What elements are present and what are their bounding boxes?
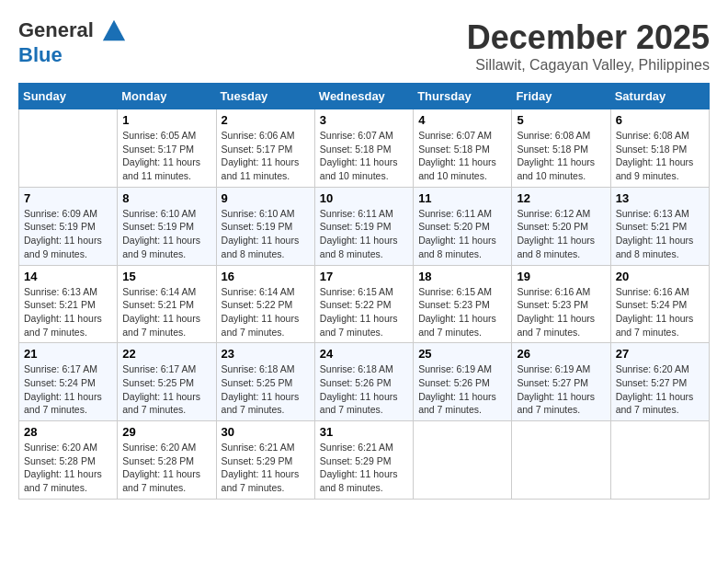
svg-marker-0 xyxy=(103,20,125,40)
day-number: 30 xyxy=(222,425,310,439)
cell-info: Sunrise: 6:09 AMSunset: 5:19 PMDaylight:… xyxy=(24,207,112,261)
cell-2-4: 18Sunrise: 6:15 AMSunset: 5:23 PMDayligh… xyxy=(414,265,512,343)
day-number: 15 xyxy=(122,270,210,283)
cell-4-1: 29Sunrise: 6:20 AMSunset: 5:28 PMDayligh… xyxy=(118,421,216,500)
cell-info: Sunrise: 6:12 AMSunset: 5:20 PMDaylight:… xyxy=(517,207,605,261)
cell-info: Sunrise: 6:07 AMSunset: 5:18 PMDaylight:… xyxy=(418,129,506,183)
cell-info: Sunrise: 6:05 AMSunset: 5:17 PMDaylight:… xyxy=(122,129,210,183)
cell-info: Sunrise: 6:20 AMSunset: 5:28 PMDaylight:… xyxy=(122,441,210,495)
week-row-5: 28Sunrise: 6:20 AMSunset: 5:28 PMDayligh… xyxy=(19,421,710,500)
cell-3-5: 26Sunrise: 6:19 AMSunset: 5:27 PMDayligh… xyxy=(512,343,610,421)
cell-info: Sunrise: 6:14 AMSunset: 5:22 PMDaylight:… xyxy=(222,285,310,339)
day-number: 21 xyxy=(24,347,112,361)
header: General Blue December 2025 Sillawit, Cag… xyxy=(18,18,710,74)
logo-general: General xyxy=(18,18,94,41)
day-number: 8 xyxy=(122,191,210,205)
month-title: December 2025 xyxy=(467,18,710,57)
cell-info: Sunrise: 6:21 AMSunset: 5:29 PMDaylight:… xyxy=(320,441,408,495)
cell-1-1: 8Sunrise: 6:10 AMSunset: 5:19 PMDaylight… xyxy=(118,187,216,265)
cell-0-5: 5Sunrise: 6:08 AMSunset: 5:18 PMDaylight… xyxy=(512,109,610,188)
cell-info: Sunrise: 6:06 AMSunset: 5:17 PMDaylight:… xyxy=(222,129,310,183)
header-thursday: Thursday xyxy=(414,84,512,109)
day-number: 27 xyxy=(616,347,704,361)
cell-info: Sunrise: 6:17 AMSunset: 5:25 PMDaylight:… xyxy=(122,362,210,417)
day-number: 5 xyxy=(517,113,605,127)
day-number: 13 xyxy=(616,191,704,205)
cell-4-6 xyxy=(610,421,709,500)
day-number: 1 xyxy=(122,113,210,127)
calendar-table: Sunday Monday Tuesday Wednesday Thursday… xyxy=(18,83,710,500)
cell-1-0: 7Sunrise: 6:09 AMSunset: 5:19 PMDaylight… xyxy=(19,187,118,265)
title-area: December 2025 Sillawit, Cagayan Valley, … xyxy=(467,18,710,74)
cell-1-6: 13Sunrise: 6:13 AMSunset: 5:21 PMDayligh… xyxy=(610,187,709,265)
week-row-1: 1Sunrise: 6:05 AMSunset: 5:17 PMDaylight… xyxy=(19,109,710,188)
header-friday: Friday xyxy=(512,84,610,109)
week-row-2: 7Sunrise: 6:09 AMSunset: 5:19 PMDaylight… xyxy=(19,187,710,265)
day-number: 23 xyxy=(222,347,310,361)
header-saturday: Saturday xyxy=(610,84,709,109)
cell-0-2: 2Sunrise: 6:06 AMSunset: 5:17 PMDaylight… xyxy=(216,109,314,188)
cell-4-3: 31Sunrise: 6:21 AMSunset: 5:29 PMDayligh… xyxy=(314,421,413,500)
cell-info: Sunrise: 6:20 AMSunset: 5:27 PMDaylight:… xyxy=(616,362,704,417)
day-number: 16 xyxy=(222,270,310,283)
cell-info: Sunrise: 6:17 AMSunset: 5:24 PMDaylight:… xyxy=(24,362,112,417)
cell-4-2: 30Sunrise: 6:21 AMSunset: 5:29 PMDayligh… xyxy=(216,421,314,500)
cell-info: Sunrise: 6:18 AMSunset: 5:25 PMDaylight:… xyxy=(222,362,310,417)
cell-1-2: 9Sunrise: 6:10 AMSunset: 5:19 PMDaylight… xyxy=(216,187,314,265)
cell-0-4: 4Sunrise: 6:07 AMSunset: 5:18 PMDaylight… xyxy=(414,109,512,188)
location-title: Sillawit, Cagayan Valley, Philippines xyxy=(467,57,710,74)
day-number: 19 xyxy=(517,270,605,283)
cell-info: Sunrise: 6:10 AMSunset: 5:19 PMDaylight:… xyxy=(122,207,210,261)
cell-info: Sunrise: 6:18 AMSunset: 5:26 PMDaylight:… xyxy=(320,362,408,417)
page-container: General Blue December 2025 Sillawit, Cag… xyxy=(18,18,710,500)
logo-blue: Blue xyxy=(18,44,129,66)
day-number: 29 xyxy=(122,425,210,439)
cell-3-6: 27Sunrise: 6:20 AMSunset: 5:27 PMDayligh… xyxy=(610,343,709,421)
cell-info: Sunrise: 6:08 AMSunset: 5:18 PMDaylight:… xyxy=(616,129,704,183)
cell-2-3: 17Sunrise: 6:15 AMSunset: 5:22 PMDayligh… xyxy=(314,265,413,343)
day-number: 3 xyxy=(320,113,408,127)
cell-2-2: 16Sunrise: 6:14 AMSunset: 5:22 PMDayligh… xyxy=(216,265,314,343)
day-number: 31 xyxy=(320,425,408,439)
cell-3-2: 23Sunrise: 6:18 AMSunset: 5:25 PMDayligh… xyxy=(216,343,314,421)
cell-info: Sunrise: 6:10 AMSunset: 5:19 PMDaylight:… xyxy=(222,207,310,261)
day-number: 7 xyxy=(24,191,112,205)
day-number: 17 xyxy=(320,270,408,283)
day-number: 2 xyxy=(222,113,310,127)
calendar-header-row: Sunday Monday Tuesday Wednesday Thursday… xyxy=(19,84,710,109)
day-number: 25 xyxy=(418,347,506,361)
day-number: 12 xyxy=(517,191,605,205)
cell-3-4: 25Sunrise: 6:19 AMSunset: 5:26 PMDayligh… xyxy=(414,343,512,421)
cell-info: Sunrise: 6:13 AMSunset: 5:21 PMDaylight:… xyxy=(616,207,704,261)
day-number: 22 xyxy=(122,347,210,361)
cell-2-1: 15Sunrise: 6:14 AMSunset: 5:21 PMDayligh… xyxy=(118,265,216,343)
cell-0-3: 3Sunrise: 6:07 AMSunset: 5:18 PMDaylight… xyxy=(314,109,413,188)
cell-info: Sunrise: 6:19 AMSunset: 5:26 PMDaylight:… xyxy=(418,362,506,417)
day-number: 4 xyxy=(418,113,506,127)
cell-3-0: 21Sunrise: 6:17 AMSunset: 5:24 PMDayligh… xyxy=(19,343,118,421)
cell-info: Sunrise: 6:15 AMSunset: 5:22 PMDaylight:… xyxy=(320,285,408,339)
header-sunday: Sunday xyxy=(19,84,118,109)
day-number: 26 xyxy=(517,347,605,361)
cell-info: Sunrise: 6:15 AMSunset: 5:23 PMDaylight:… xyxy=(418,285,506,339)
cell-4-0: 28Sunrise: 6:20 AMSunset: 5:28 PMDayligh… xyxy=(19,421,118,500)
logo: General Blue xyxy=(18,18,129,66)
week-row-4: 21Sunrise: 6:17 AMSunset: 5:24 PMDayligh… xyxy=(19,343,710,421)
cell-2-0: 14Sunrise: 6:13 AMSunset: 5:21 PMDayligh… xyxy=(19,265,118,343)
cell-info: Sunrise: 6:13 AMSunset: 5:21 PMDaylight:… xyxy=(24,285,112,339)
cell-info: Sunrise: 6:11 AMSunset: 5:20 PMDaylight:… xyxy=(418,207,506,261)
cell-info: Sunrise: 6:07 AMSunset: 5:18 PMDaylight:… xyxy=(320,129,408,183)
cell-3-3: 24Sunrise: 6:18 AMSunset: 5:26 PMDayligh… xyxy=(314,343,413,421)
day-number: 10 xyxy=(320,191,408,205)
cell-info: Sunrise: 6:21 AMSunset: 5:29 PMDaylight:… xyxy=(222,441,310,495)
cell-info: Sunrise: 6:20 AMSunset: 5:28 PMDaylight:… xyxy=(24,441,112,495)
day-number: 11 xyxy=(418,191,506,205)
header-tuesday: Tuesday xyxy=(216,84,314,109)
cell-2-5: 19Sunrise: 6:16 AMSunset: 5:23 PMDayligh… xyxy=(512,265,610,343)
cell-0-6: 6Sunrise: 6:08 AMSunset: 5:18 PMDaylight… xyxy=(610,109,709,188)
cell-1-5: 12Sunrise: 6:12 AMSunset: 5:20 PMDayligh… xyxy=(512,187,610,265)
day-number: 28 xyxy=(24,425,112,439)
week-row-3: 14Sunrise: 6:13 AMSunset: 5:21 PMDayligh… xyxy=(19,265,710,343)
cell-info: Sunrise: 6:16 AMSunset: 5:24 PMDaylight:… xyxy=(616,285,704,339)
cell-3-1: 22Sunrise: 6:17 AMSunset: 5:25 PMDayligh… xyxy=(118,343,216,421)
